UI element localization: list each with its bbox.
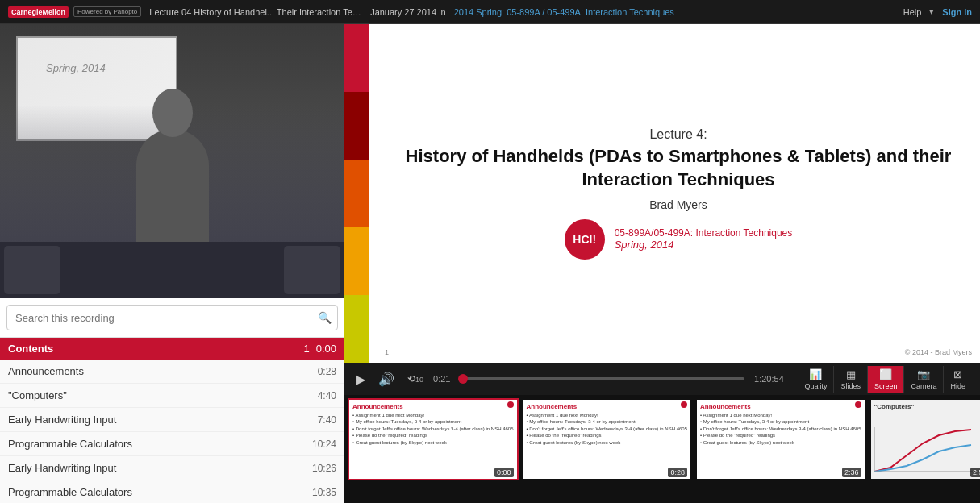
thumbnail-item-1[interactable]: Announcements • Assignment 1 due next Mo…	[522, 398, 693, 480]
slide-content: Lecture 4: History of Handhelds (PDAs to…	[344, 24, 980, 363]
quality-icon: 📊	[809, 368, 822, 380]
color-bar-5	[344, 295, 369, 363]
time-total: -1:20:54	[751, 374, 791, 384]
thumb-dot-1	[681, 401, 687, 408]
color-bar-3	[344, 160, 369, 227]
contents-label: Contents	[8, 343, 303, 355]
progress-bar-fill	[462, 377, 463, 380]
header-bar: CarnegieMellon Powered by Panopto Lectur…	[0, 0, 980, 24]
date-text: January 27 2014 in	[370, 7, 446, 17]
thumb-bullets-1: • Assignment 1 due next Monday! • My off…	[527, 412, 688, 446]
skip-back-icon: ⟲	[407, 373, 415, 385]
quality-label: Quality	[804, 382, 827, 390]
thumb-img-3: "Computers"	[871, 400, 981, 479]
thumb-time-0: 0:00	[494, 468, 514, 477]
color-bar-4	[344, 227, 369, 295]
thumbnail-item-0[interactable]: Announcements • Assignment 1 due next Mo…	[348, 398, 519, 480]
toc-time: 4:40	[308, 390, 336, 401]
main-layout: Spring, 2014 🔍 Contents 1 0:00	[0, 24, 980, 503]
search-wrapper: 🔍	[6, 305, 338, 330]
screen-label: Screen	[874, 382, 898, 390]
controls-bar: ▶ 🔊 ⟲10 0:21 -1:20:54 📊 Quality	[344, 363, 980, 395]
thumb-chart-title: "Computers"	[874, 403, 981, 410]
thumb-time-2: 2:36	[842, 468, 861, 477]
thumb-img-0: Announcements • Assignment 1 due next Mo…	[349, 400, 517, 479]
slide-title: History of Handhelds (PDAs to Smartphone…	[401, 145, 956, 191]
thumb-dot-0	[507, 401, 514, 408]
camera-icon: 📷	[917, 368, 930, 380]
toc-list: Announcements 0:28 "Computers" 4:40 Earl…	[0, 360, 344, 503]
thumb-time-3: 2:50	[970, 468, 980, 477]
hci-info: 05-899A/05-499A: Interaction Techniques …	[615, 227, 793, 251]
hide-label: Hide	[950, 382, 965, 390]
hide-button[interactable]: ⊠ Hide	[944, 366, 972, 393]
thumb-time-1: 0:28	[668, 468, 687, 477]
help-button[interactable]: Help	[903, 7, 922, 17]
video-thumbnail[interactable]: Spring, 2014	[0, 24, 344, 298]
thumb-img-2: Announcements • Assignment 1 due next Mo…	[697, 400, 865, 479]
thumb-bullets-2: • Assignment 1 due next Monday! • My off…	[700, 412, 861, 446]
quality-button[interactable]: 📊 Quality	[798, 366, 834, 393]
contents-item-num: 1	[303, 343, 309, 355]
screen-button[interactable]: ⬜ Screen	[868, 366, 905, 393]
toc-item-calc1[interactable]: Programmable Calculators 10:24	[0, 432, 344, 456]
toc-label: Announcements	[8, 365, 308, 377]
screen-icon: ⬜	[879, 368, 892, 380]
volume-button[interactable]: 🔊	[375, 372, 398, 387]
cmu-logo: CarnegieMellon	[8, 6, 69, 18]
slides-label: Slides	[840, 382, 861, 390]
toc-label: Programmable Calculators	[8, 486, 308, 498]
main-slide: Lecture 4: History of Handhelds (PDAs to…	[344, 24, 980, 363]
panopto-badge: Powered by Panopto	[73, 6, 141, 17]
hide-icon: ⊠	[953, 368, 962, 380]
skip-back-button[interactable]: ⟲10	[404, 373, 427, 385]
spring2014-text: Spring, 2014	[46, 62, 106, 74]
slide-author: Brad Myers	[649, 198, 707, 211]
toc-label: Early Handwriting Input	[8, 414, 308, 426]
toc-label: "Computers"	[8, 389, 308, 401]
toc-time: 7:40	[308, 414, 336, 426]
camera-button[interactable]: 📷 Camera	[904, 366, 944, 393]
slide-logo-row: HCI! 05-899A/05-499A: Interaction Techni…	[565, 219, 793, 260]
toc-item-announcements[interactable]: Announcements 0:28	[0, 360, 344, 384]
hci-logo: HCI!	[565, 219, 605, 260]
thumb-chart-svg	[874, 427, 979, 476]
slide-color-bar	[344, 24, 369, 363]
signin-button[interactable]: Sign In	[942, 7, 972, 17]
recording-title: Lecture 04 History of Handhel... Their I…	[149, 7, 362, 17]
color-bar-2	[344, 92, 369, 160]
progress-area[interactable]	[462, 377, 744, 380]
toc-item-handwriting1[interactable]: Early Handwriting Input 7:40	[0, 408, 344, 432]
logo-area: CarnegieMellon Powered by Panopto	[8, 6, 141, 18]
contents-timestamp: 0:00	[316, 343, 336, 355]
toc-time: 0:28	[308, 366, 336, 377]
progress-bar-bg[interactable]	[462, 377, 744, 380]
hci-course: 05-899A/05-499A: Interaction Techniques	[615, 227, 793, 239]
slide-lecture-num: Lecture 4:	[649, 127, 707, 142]
content-area: Lecture 4: History of Handhelds (PDAs to…	[344, 24, 980, 503]
toc-label: Programmable Calculators	[8, 438, 308, 450]
progress-knob[interactable]	[458, 374, 468, 384]
course-link[interactable]: 2014 Spring: 05-899A / 05-499A: Interact…	[454, 7, 674, 17]
play-button[interactable]: ▶	[352, 372, 369, 387]
slide-inner: Lecture 4: History of Handhelds (PDAs to…	[401, 40, 956, 347]
thumb-dot-2	[855, 401, 861, 408]
toc-item-calc2[interactable]: Programmable Calculators 10:35	[0, 480, 344, 503]
color-bar-1	[344, 24, 369, 92]
thumbnail-item-3[interactable]: "Computers" 2:50	[869, 398, 981, 480]
search-area: 🔍	[0, 298, 344, 338]
contents-header: Contents 1 0:00	[0, 338, 344, 360]
toc-time: 10:35	[308, 487, 336, 498]
toc-time: 10:26	[308, 463, 336, 474]
toc-item-handwriting2[interactable]: Early Handwriting Input 10:26	[0, 456, 344, 480]
thumbnail-item-2[interactable]: Announcements • Assignment 1 due next Mo…	[695, 398, 866, 480]
view-mode-buttons: 📊 Quality ▦ Slides ⬜ Screen 📷 Camera ⊠	[798, 366, 972, 393]
toc-item-computers[interactable]: "Computers" 4:40	[0, 384, 344, 408]
slide-page-num: 1	[385, 348, 389, 356]
slides-button[interactable]: ▦ Slides	[834, 366, 868, 393]
time-current: 0:21	[433, 374, 456, 384]
search-input[interactable]	[6, 305, 338, 330]
lecture-scene: Spring, 2014	[0, 24, 344, 298]
camera-label: Camera	[911, 382, 936, 390]
toc-label: Early Handwriting Input	[8, 462, 308, 474]
